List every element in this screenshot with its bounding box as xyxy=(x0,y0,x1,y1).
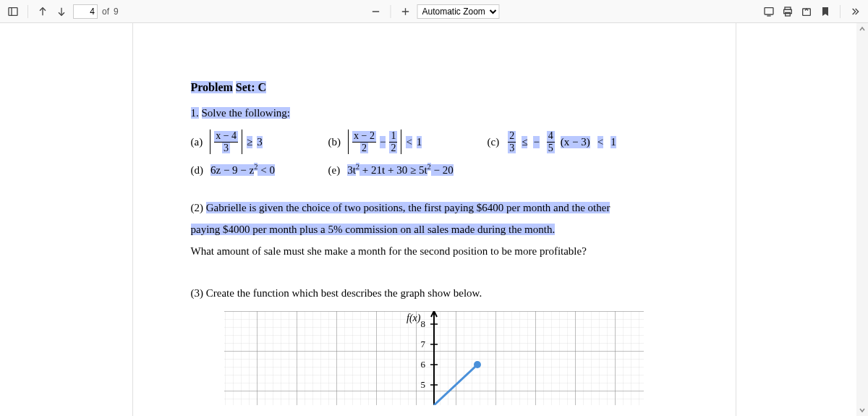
eq-b: (b) x − 22 − 12 < 1 xyxy=(328,130,488,154)
pdf-toolbar: of 9 Automatic Zoom xyxy=(0,0,868,23)
svg-rect-0 xyxy=(9,7,17,15)
scroll-down-icon[interactable] xyxy=(859,404,866,416)
eq-d: (d) 6z − 9 − z2 < 0 xyxy=(191,164,328,177)
svg-point-28 xyxy=(474,361,481,368)
divider xyxy=(27,5,28,18)
pdf-viewer: Problem Set: C 1. Solve the following: (… xyxy=(0,23,868,416)
eq-e: (e) 3t2 + 21t + 30 ≥ 5t2 − 20 xyxy=(328,164,454,177)
toolbar-right xyxy=(762,4,862,19)
prev-page-icon[interactable] xyxy=(35,4,50,19)
scroll-up-icon[interactable] xyxy=(859,23,866,35)
zoom-out-icon[interactable] xyxy=(369,4,383,19)
zoom-controls: Automatic Zoom xyxy=(369,4,500,19)
question-3: (3) Create the function which best descr… xyxy=(191,282,678,304)
print-icon[interactable] xyxy=(780,4,795,19)
page-number-input[interactable] xyxy=(73,4,98,19)
svg-rect-7 xyxy=(765,7,773,14)
zoom-in-icon[interactable] xyxy=(399,4,413,19)
function-graph: 8 7 6 5 f(x) xyxy=(217,311,651,405)
more-icon[interactable] xyxy=(848,4,862,19)
zoom-select[interactable]: Automatic Zoom xyxy=(417,4,500,19)
page-total-label: 9 xyxy=(114,7,119,17)
vertical-scrollbar[interactable] xyxy=(856,23,868,416)
eq-c: (c) 23 ≤ − 45 (x − 3) < 1 xyxy=(488,131,616,153)
equation-row-1: (a) x − 43 ≥ 3 (b) x − 22 − 12 < 1 (c) 2… xyxy=(191,130,678,154)
pdf-page: Problem Set: C 1. Solve the following: (… xyxy=(132,23,736,416)
graph-container: 8 7 6 5 f(x) xyxy=(191,311,678,405)
svg-text:5: 5 xyxy=(421,379,426,390)
page-of-label: of xyxy=(102,7,109,17)
svg-text:8: 8 xyxy=(421,318,426,329)
svg-rect-12 xyxy=(803,9,811,15)
q1-heading: 1. Solve the following: xyxy=(191,107,678,119)
question-2: (2) Gabrielle is given the choice of two… xyxy=(191,197,678,262)
svg-text:6: 6 xyxy=(421,359,426,370)
next-page-icon[interactable] xyxy=(54,4,69,19)
problem-set-title: Problem Set: C xyxy=(191,81,678,94)
eq-a: (a) x − 43 ≥ 3 xyxy=(191,130,328,154)
bookmark-icon[interactable] xyxy=(818,4,833,19)
svg-text:f(x): f(x) xyxy=(407,313,421,324)
open-icon[interactable] xyxy=(799,4,814,19)
divider xyxy=(840,5,841,18)
equation-row-2: (d) 6z − 9 − z2 < 0 (e) 3t2 + 21t + 30 ≥… xyxy=(191,164,678,177)
sidebar-toggle-icon[interactable] xyxy=(6,4,20,19)
svg-text:7: 7 xyxy=(421,339,426,349)
divider xyxy=(391,5,391,18)
presentation-icon[interactable] xyxy=(762,4,776,19)
